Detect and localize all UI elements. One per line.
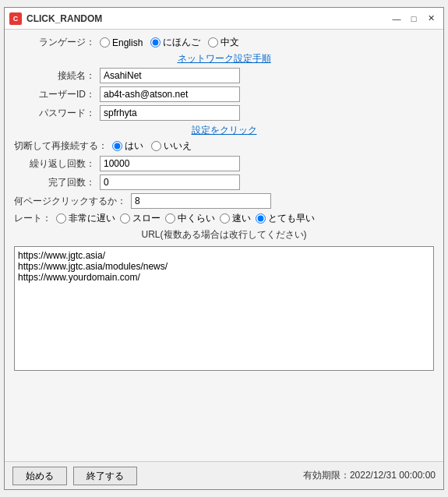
rate-slow-radio[interactable]	[120, 213, 130, 224]
rate-label: レート：	[14, 212, 56, 225]
rate-very-fast-radio[interactable]	[256, 213, 266, 224]
network-link-row: ネットワーク設定手順	[14, 52, 434, 65]
language-english-radio[interactable]	[100, 37, 110, 48]
reconnect-yes-radio[interactable]	[112, 141, 122, 151]
close-button[interactable]: ✕	[423, 12, 439, 26]
language-radio-group: English にほんご 中文	[100, 36, 239, 49]
reconnect-yes-label: はい	[125, 139, 143, 153]
footer-buttons: 始める 終了する	[12, 467, 137, 485]
connection-label: 接続名：	[14, 69, 100, 83]
reconnect-label: 切断して再接続する：	[14, 139, 112, 153]
complete-count-input[interactable]	[100, 174, 240, 190]
title-bar-left: C CLICK_RANDOM	[9, 12, 102, 25]
maximize-button[interactable]: □	[406, 12, 422, 26]
rate-very-slow[interactable]: 非常に遅い	[56, 212, 115, 225]
end-button[interactable]: 終了する	[73, 467, 137, 485]
rate-very-fast-label: とても早い	[268, 212, 315, 225]
expiry-value: 2022/12/31 00:00:00	[350, 470, 436, 481]
language-chinese-label: 中文	[220, 36, 239, 49]
connection-row: 接続名：	[14, 68, 434, 83]
start-button[interactable]: 始める	[12, 467, 67, 485]
settings-link[interactable]: 設定をクリック	[192, 125, 257, 136]
expiry-display: 有効期限：2022/12/31 00:00:00	[303, 469, 436, 482]
userid-input[interactable]	[100, 86, 240, 102]
rate-fast-radio[interactable]	[220, 213, 230, 224]
pages-click-label: 何ページクリックするか：	[14, 195, 131, 208]
rate-row: レート： 非常に遅い スロー 中くらい 速い	[14, 212, 434, 225]
rate-medium-radio[interactable]	[165, 213, 175, 224]
main-window: C CLICK_RANDOM — □ ✕ ランゲージ： English にほんご	[4, 7, 444, 490]
app-icon: C	[9, 12, 22, 25]
window-title: CLICK_RANDOM	[26, 13, 102, 24]
minimize-button[interactable]: —	[389, 12, 404, 26]
reconnect-row: 切断して再接続する： はい いいえ	[14, 139, 434, 153]
url-section-label: URL(複数ある場合は改行してください)	[14, 228, 434, 241]
language-english[interactable]: English	[100, 37, 143, 48]
password-row: パスワード：	[14, 105, 434, 121]
repeat-count-row: 繰り返し回数：	[14, 156, 434, 171]
language-japanese-radio[interactable]	[150, 37, 161, 48]
footer: 始める 終了する 有効期限：2022/12/31 00:00:00	[5, 461, 443, 489]
reconnect-no[interactable]: いいえ	[151, 139, 192, 153]
reconnect-yes[interactable]: はい	[112, 139, 143, 153]
expiry-label: 有効期限：	[303, 470, 350, 481]
network-link[interactable]: ネットワーク設定手順	[178, 53, 271, 64]
rate-very-slow-label: 非常に遅い	[69, 212, 115, 225]
rate-fast[interactable]: 速い	[220, 212, 251, 225]
rate-slow[interactable]: スロー	[120, 212, 161, 225]
reconnect-no-label: いいえ	[164, 139, 192, 153]
rate-very-fast[interactable]: とても早い	[256, 212, 315, 225]
language-chinese-radio[interactable]	[208, 37, 218, 48]
rate-options: 非常に遅い スロー 中くらい 速い とても早い	[56, 212, 315, 225]
url-textarea[interactable]	[14, 246, 434, 371]
reconnect-no-radio[interactable]	[151, 141, 161, 151]
language-chinese[interactable]: 中文	[208, 36, 239, 49]
rate-medium-label: 中くらい	[178, 212, 215, 225]
window-controls: — □ ✕	[389, 12, 439, 26]
repeat-count-label: 繰り返し回数：	[14, 157, 100, 171]
language-japanese-label: にほんご	[163, 36, 200, 49]
pages-click-input[interactable]	[131, 193, 271, 209]
language-row: ランゲージ： English にほんご 中文	[14, 36, 434, 49]
complete-count-label: 完了回数：	[14, 176, 100, 189]
pages-click-row: 何ページクリックするか：	[14, 193, 434, 209]
rate-medium[interactable]: 中くらい	[165, 212, 215, 225]
language-label: ランゲージ：	[14, 36, 100, 49]
password-input[interactable]	[100, 105, 240, 121]
password-label: パスワード：	[14, 107, 100, 120]
userid-label: ユーザーID：	[14, 88, 100, 101]
rate-slow-label: スロー	[132, 212, 161, 225]
settings-link-row: 設定をクリック	[14, 124, 434, 137]
repeat-count-input[interactable]	[100, 156, 240, 171]
language-japanese[interactable]: にほんご	[150, 36, 200, 49]
rate-very-slow-radio[interactable]	[56, 213, 66, 224]
complete-count-row: 完了回数：	[14, 174, 434, 190]
title-bar: C CLICK_RANDOM — □ ✕	[5, 8, 443, 30]
rate-fast-label: 速い	[232, 212, 251, 225]
reconnect-radio-group: はい いいえ	[112, 139, 192, 153]
content-area: ランゲージ： English にほんご 中文 ネットワーク設定手順	[5, 30, 443, 461]
language-english-label: English	[112, 37, 143, 48]
connection-input[interactable]	[100, 68, 240, 83]
userid-row: ユーザーID：	[14, 86, 434, 102]
